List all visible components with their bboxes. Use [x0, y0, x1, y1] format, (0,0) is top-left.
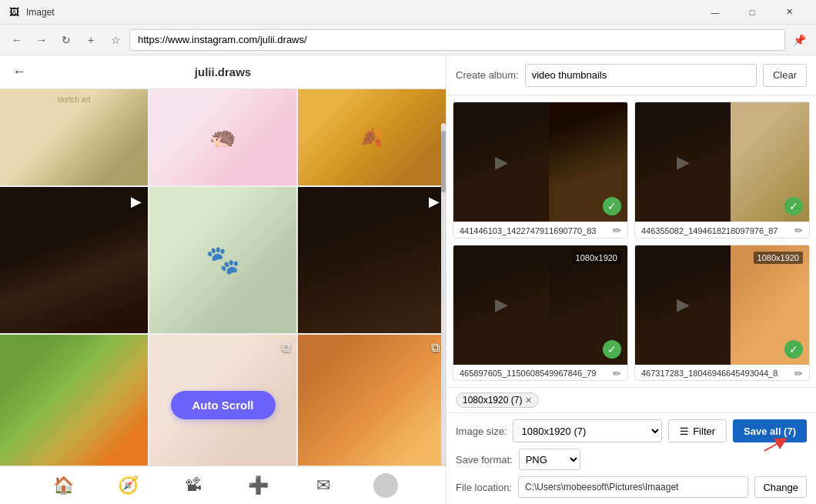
title-bar: 🖼 Imaget — □ ✕	[0, 0, 816, 25]
filter-tag-label: 1080x1920 (7)	[463, 395, 522, 406]
image-preview: ▶ 1080x1920 ✓	[453, 245, 627, 365]
create-button[interactable]: ➕	[243, 470, 274, 501]
create-album-label: Create album:	[456, 69, 519, 81]
window-controls: — □ ✕	[697, 0, 807, 25]
filter-button[interactable]: ☰ Filter	[668, 419, 727, 442]
feed-item[interactable]: ⧉	[298, 335, 446, 466]
image-filename: 467317283_18046946645493044_8	[641, 369, 791, 378]
edit-icon[interactable]: ✏	[794, 368, 803, 379]
feed-item[interactable]: sketch art	[0, 89, 148, 185]
album-name-input[interactable]	[525, 64, 757, 87]
avatar	[373, 473, 398, 498]
right-panel: Create album: Clear ▶ ✓	[446, 55, 816, 504]
forward-button[interactable]: →	[31, 29, 52, 51]
filter-label: Filter	[693, 426, 715, 437]
multi-icon-2: ⧉	[431, 341, 440, 355]
image-card: ▶ ✓ 441446103_1422747911690770_83 ✏ Show…	[453, 102, 628, 239]
feed-item[interactable]: 🦔	[149, 89, 297, 185]
format-row: Save format: PNG JPG WEBP	[456, 449, 807, 470]
edit-icon[interactable]: ✏	[794, 225, 803, 236]
save-all-button[interactable]: Save all (7)	[733, 419, 807, 442]
image-filename: 441446103_1422747911690770_83	[460, 226, 610, 235]
reload-button[interactable]: ↻	[55, 29, 77, 51]
edit-icon[interactable]: ✏	[613, 368, 621, 379]
feed-username: julii.draws	[195, 65, 251, 78]
image-card: ▶ 1080x1920 ✓ 467317283_1804694664549304…	[634, 245, 810, 382]
home-button[interactable]: 🏠	[48, 470, 79, 501]
scrollbar-thumb	[441, 131, 446, 192]
image-preview: ▶ ✓	[453, 102, 627, 222]
image-preview: ▶ 1080x1920 ✓	[635, 245, 809, 365]
format-label: Save format:	[456, 454, 513, 466]
back-button[interactable]: ←	[6, 29, 28, 51]
image-info: 467317283_18046946645493044_8 ✏	[635, 365, 809, 382]
maximize-button[interactable]: □	[734, 0, 770, 25]
image-card: ▶ 1080x1920 ✓ 465897605_1150608549967846…	[453, 245, 628, 382]
explore-button[interactable]: 🧭	[113, 470, 144, 501]
images-area: ▶ ✓ 441446103_1422747911690770_83 ✏ Show…	[446, 95, 816, 387]
filter-icon: ☰	[680, 426, 689, 437]
image-info: 446355082_1494618218097976_87 ✏	[635, 222, 809, 239]
feed-item[interactable]: 🐾	[149, 187, 297, 333]
format-select[interactable]: PNG JPG WEBP	[519, 449, 580, 470]
check-circle: ✓	[784, 197, 803, 215]
feed-item[interactable]: ▶	[298, 187, 446, 333]
close-button[interactable]: ✕	[771, 0, 807, 25]
image-size-label: Image size:	[456, 426, 507, 437]
check-circle: ✓	[603, 197, 621, 215]
auto-scroll-button[interactable]: Auto Scroll	[170, 391, 275, 419]
extension-icon[interactable]: 📌	[788, 29, 810, 51]
video-icon-2: ▶	[429, 193, 440, 210]
bookmark-button[interactable]: ☆	[105, 29, 126, 51]
bottom-controls: Image size: 1080x1920 (7) ☰ Filter Save …	[446, 412, 816, 504]
location-row: File location: Change	[456, 476, 807, 498]
image-info: 465897605_1150608549967846_79 ✏	[453, 365, 627, 382]
dimension-badge: 1080x1920	[572, 252, 621, 264]
address-input[interactable]	[129, 29, 785, 51]
image-info: 441446103_1422747911690770_83 ✏	[453, 222, 627, 239]
app-title: Imaget	[26, 7, 697, 18]
minimize-button[interactable]: —	[697, 0, 733, 25]
feed-item[interactable]: @julii.draws	[0, 335, 148, 466]
feed-back-button[interactable]: ←	[12, 64, 26, 80]
feed-header: ← julii.draws	[0, 55, 446, 89]
check-circle: ✓	[603, 340, 621, 359]
file-location-label: File location:	[456, 482, 512, 493]
dimension-badge: 1080x1920	[754, 252, 803, 264]
image-filename: 465897605_1150608549967846_79	[460, 369, 610, 378]
edit-icon[interactable]: ✏	[613, 225, 621, 236]
clear-button[interactable]: Clear	[763, 64, 807, 87]
app-icon: 🖼	[9, 6, 22, 18]
check-circle: ✓	[784, 340, 803, 359]
bottom-nav: 🏠 🧭 📽 ➕ ✉	[0, 466, 446, 504]
filter-tag: 1080x1920 (7) ✕	[456, 392, 539, 408]
filter-bar: 1080x1920 (7) ✕	[446, 387, 816, 412]
video-icon: ▶	[131, 193, 142, 210]
filter-tag-remove[interactable]: ✕	[525, 396, 532, 406]
image-preview: ▶ ✓	[635, 102, 809, 222]
dm-button[interactable]: ✉	[308, 470, 339, 501]
image-size-select[interactable]: 1080x1920 (7)	[513, 419, 662, 442]
feed-item[interactable]: 🍂	[298, 89, 446, 185]
browser-bar: ← → ↻ + ☆ 📌	[0, 25, 816, 55]
album-header: Create album: Clear	[446, 55, 816, 95]
file-location-input[interactable]	[518, 476, 748, 498]
left-panel: ← julii.draws sketch art	[0, 55, 446, 504]
main-content: ← julii.draws sketch art	[0, 55, 816, 504]
change-button[interactable]: Change	[754, 476, 807, 498]
feed-scrollbar[interactable]	[441, 123, 446, 466]
image-card: ▶ ✓ 446355082_1494618218097976_87 ✏ Show…	[634, 102, 810, 239]
image-filename: 446355082_1494618218097976_87	[641, 226, 791, 235]
new-tab-button[interactable]: +	[80, 29, 102, 51]
size-row: Image size: 1080x1920 (7) ☰ Filter Save …	[456, 419, 807, 442]
reels-button[interactable]: 📽	[178, 470, 209, 501]
multi-icon: ⧉	[282, 341, 290, 355]
feed-item[interactable]: ▶	[0, 187, 148, 333]
